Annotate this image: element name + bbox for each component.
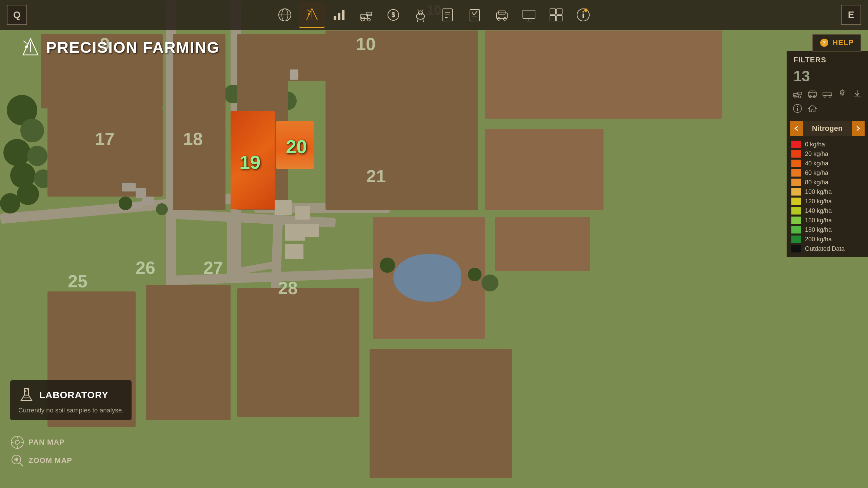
nav-tractor[interactable] bbox=[353, 2, 379, 28]
svg-point-53 bbox=[798, 96, 801, 98]
filter-tractor-btn[interactable] bbox=[791, 87, 804, 100]
svg-point-57 bbox=[809, 96, 811, 98]
chevron-right-icon bbox=[855, 125, 862, 132]
svg-point-12 bbox=[368, 18, 370, 21]
svg-point-5 bbox=[308, 13, 310, 15]
filter-vehicle-btn[interactable] bbox=[806, 87, 818, 100]
pan-icon bbox=[10, 435, 24, 449]
nav-missions[interactable] bbox=[462, 2, 488, 28]
svg-rect-42 bbox=[583, 14, 584, 18]
nitrogen-label: Nitrogen bbox=[803, 121, 852, 136]
filter-icons-row bbox=[787, 85, 868, 117]
filter-gear-btn[interactable] bbox=[836, 87, 848, 100]
nitrogen-prev-btn[interactable] bbox=[790, 121, 803, 136]
field-20-label: 20 bbox=[286, 136, 307, 157]
nav-economy[interactable]: $ bbox=[380, 2, 406, 28]
filter-truck-icon bbox=[823, 89, 832, 98]
legend-color-80kg bbox=[791, 179, 801, 186]
help-button[interactable]: ? HELP bbox=[812, 34, 861, 52]
svg-rect-33 bbox=[523, 10, 535, 18]
svg-line-20 bbox=[422, 9, 423, 11]
nav-info[interactable]: i bbox=[570, 2, 596, 28]
filter-info-btn[interactable] bbox=[791, 102, 804, 115]
top-navigation: Q bbox=[0, 0, 868, 30]
svg-line-21 bbox=[417, 19, 418, 22]
legend-color-60kg bbox=[791, 169, 801, 177]
laboratory-description: Currently no soil samples to analyse. bbox=[18, 407, 123, 414]
svg-rect-7 bbox=[334, 16, 336, 20]
legend-color-40kg bbox=[791, 160, 801, 167]
nitrogen-selector: Nitrogen bbox=[790, 121, 865, 136]
svg-rect-8 bbox=[338, 13, 340, 20]
legend-item-0kg: 0 kg/ha bbox=[787, 140, 868, 149]
legend-item-180kg: 180 kg/ha bbox=[787, 225, 868, 235]
statistics-icon bbox=[332, 7, 347, 22]
field-26-label: 26 bbox=[136, 258, 155, 278]
nav-contracts[interactable] bbox=[435, 2, 460, 28]
svg-rect-27 bbox=[470, 9, 479, 21]
legend-color-180kg bbox=[791, 226, 801, 233]
precision-farming-icon bbox=[304, 7, 319, 22]
svg-rect-59 bbox=[823, 92, 829, 96]
nav-grid[interactable] bbox=[543, 2, 569, 28]
filter-home-btn[interactable] bbox=[806, 102, 818, 115]
nav-vehicles[interactable] bbox=[489, 2, 515, 28]
field-21-label: 21 bbox=[366, 166, 386, 186]
nav-statistics[interactable] bbox=[326, 2, 352, 28]
animals-icon bbox=[413, 7, 428, 22]
filter-tractor-icon bbox=[793, 89, 802, 98]
field-25-label: 25 bbox=[68, 271, 87, 291]
filter-download-icon bbox=[852, 89, 862, 98]
bottom-controls: PAN MAP ZOOM MAP bbox=[10, 435, 72, 468]
vehicles-icon bbox=[494, 7, 509, 22]
nav-monitor[interactable] bbox=[516, 2, 542, 28]
nitrogen-next-btn[interactable] bbox=[852, 121, 865, 136]
nav-globe[interactable] bbox=[272, 2, 298, 28]
precision-farming-title-icon bbox=[20, 37, 41, 58]
zoom-icon bbox=[10, 453, 24, 468]
zoom-map-icon bbox=[10, 453, 24, 468]
pan-map-icon bbox=[10, 435, 24, 449]
nav-animals[interactable] bbox=[408, 2, 433, 28]
svg-line-48 bbox=[23, 41, 28, 44]
legend-color-100kg bbox=[791, 188, 801, 196]
legend-item-20kg: 20 kg/ha bbox=[787, 149, 868, 159]
chevron-left-icon bbox=[793, 125, 800, 132]
zoom-map-label: ZOOM MAP bbox=[28, 456, 72, 465]
nav-precision-farming[interactable] bbox=[299, 2, 325, 28]
info-nav-icon: i bbox=[576, 7, 591, 22]
legend-item-60kg: 60 kg/ha bbox=[787, 168, 868, 178]
lab-flask-icon bbox=[18, 386, 35, 403]
field-19-label: 19 bbox=[239, 151, 260, 173]
e-button[interactable]: E bbox=[841, 5, 861, 25]
field-11-label: 10 bbox=[356, 34, 376, 54]
q-button[interactable]: Q bbox=[7, 5, 27, 25]
filter-home-icon bbox=[808, 104, 817, 113]
field-18-label: 18 bbox=[183, 129, 203, 149]
contracts-icon bbox=[440, 7, 455, 22]
svg-rect-36 bbox=[550, 9, 555, 14]
legend-color-20kg bbox=[791, 150, 801, 158]
legend-item-120kg: 120 kg/ha bbox=[787, 197, 868, 206]
legend-item-outdated: Outdated Data bbox=[787, 244, 868, 253]
svg-point-11 bbox=[361, 17, 365, 21]
svg-point-73 bbox=[27, 389, 28, 390]
svg-point-75 bbox=[15, 440, 19, 444]
laboratory-title: LABORATORY bbox=[39, 390, 108, 401]
filter-truck-btn[interactable] bbox=[821, 87, 833, 100]
pan-map-label: PAN MAP bbox=[28, 438, 65, 447]
zoom-map-control[interactable]: ZOOM MAP bbox=[10, 453, 72, 468]
globe-icon bbox=[277, 7, 292, 22]
svg-line-22 bbox=[423, 19, 423, 22]
legend-color-outdated bbox=[791, 245, 801, 252]
svg-line-19 bbox=[418, 9, 418, 11]
legend-item-100kg: 100 kg/ha bbox=[787, 187, 868, 197]
svg-line-82 bbox=[19, 463, 23, 466]
pan-map-control[interactable]: PAN MAP bbox=[10, 435, 72, 449]
filter-download-btn[interactable] bbox=[851, 87, 863, 100]
svg-rect-9 bbox=[342, 10, 344, 20]
field-17-label: 17 bbox=[95, 129, 115, 149]
svg-line-6 bbox=[307, 10, 311, 12]
grid-icon bbox=[549, 7, 564, 22]
svg-rect-39 bbox=[557, 16, 562, 21]
